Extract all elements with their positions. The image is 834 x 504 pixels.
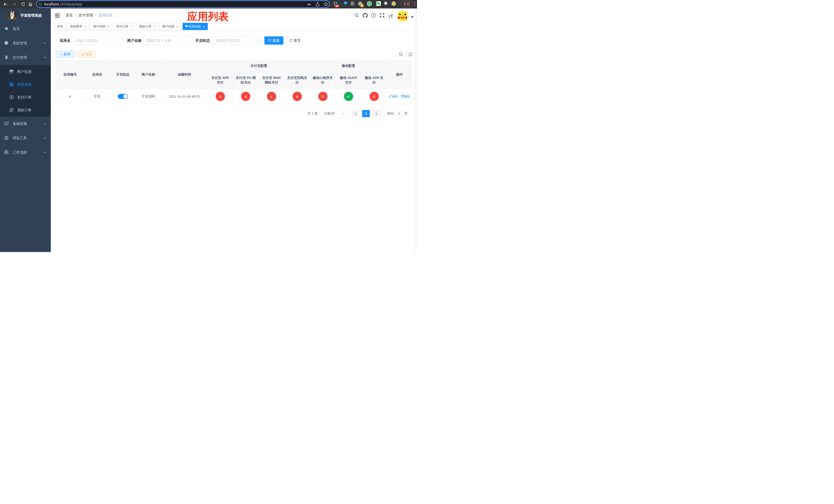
svg-text:⌘: ⌘ xyxy=(351,2,354,5)
svg-text:?: ? xyxy=(373,14,374,17)
svg-text:¥: ¥ xyxy=(11,96,12,99)
